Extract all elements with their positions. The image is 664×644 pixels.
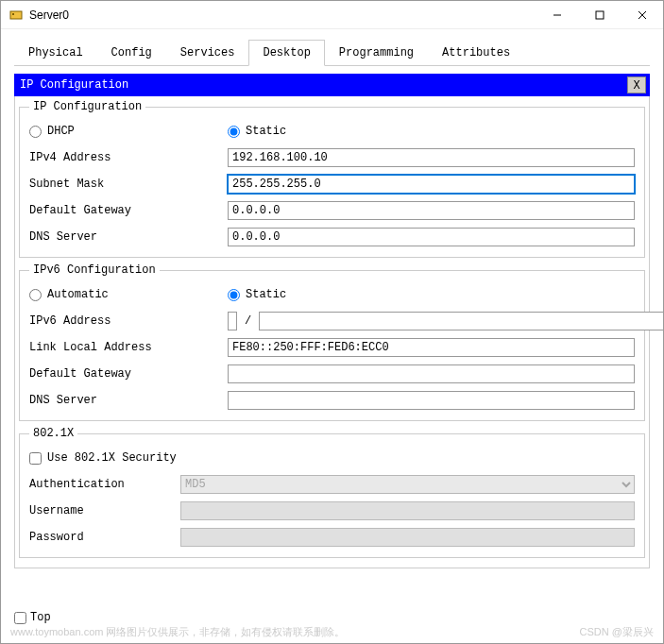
ipv6-static-label: Static: [246, 288, 286, 301]
minimize-button[interactable]: [536, 1, 578, 29]
tab-attributes[interactable]: Attributes: [428, 40, 524, 66]
main-tabs: Physical Config Services Desktop Program…: [14, 39, 650, 66]
use-8021x-checkbox[interactable]: Use 802.1X Security: [29, 451, 177, 465]
top-label: Top: [30, 611, 51, 624]
ipv4-dns-label: DNS Server: [29, 230, 228, 244]
ipv4-fieldset: IP Configuration DHCP Static IPv4 Addres…: [19, 100, 645, 258]
link-local-label: Link Local Address: [29, 341, 228, 354]
ipv6-prefix-input[interactable]: [259, 312, 664, 330]
ipv4-dhcp-label: DHCP: [47, 125, 75, 138]
use-8021x-input[interactable]: [29, 452, 42, 465]
ipv4-static-input[interactable]: [228, 126, 240, 138]
svg-rect-1: [12, 13, 14, 15]
ipv4-legend: IP Configuration: [29, 100, 145, 113]
ipv6-address-input[interactable]: [228, 312, 237, 330]
ipv6-fieldset: IPv6 Configuration Automatic Static IPv6…: [19, 263, 645, 421]
ipv6-address-label: IPv6 Address: [29, 314, 228, 328]
tab-desktop[interactable]: Desktop: [248, 40, 324, 66]
dot1x-fieldset: 802.1X Use 802.1X Security Authenticatio…: [19, 427, 645, 558]
panel-close-button[interactable]: X: [627, 76, 646, 93]
tab-physical[interactable]: Physical: [14, 40, 97, 66]
ipv6-gateway-label: Default Gateway: [29, 367, 228, 381]
ipv4-address-input[interactable]: [228, 148, 635, 167]
ipv6-auto-label: Automatic: [47, 288, 109, 301]
svg-rect-3: [596, 11, 604, 19]
ipv6-static-radio[interactable]: Static: [228, 288, 426, 301]
ipv6-static-input[interactable]: [228, 289, 240, 301]
ipv6-auto-input[interactable]: [29, 289, 42, 301]
password-label: Password: [29, 531, 180, 544]
ipv6-auto-radio[interactable]: Automatic: [29, 288, 228, 301]
username-label: Username: [29, 504, 180, 517]
top-checkbox-input[interactable]: [14, 612, 26, 624]
ipv6-dns-label: DNS Server: [29, 394, 228, 407]
link-local-input[interactable]: [228, 338, 635, 357]
subnet-mask-label: Subnet Mask: [29, 178, 228, 191]
ipv4-dns-input[interactable]: [228, 228, 635, 246]
tab-config[interactable]: Config: [97, 40, 166, 66]
ipv4-dhcp-radio[interactable]: DHCP: [29, 125, 228, 138]
window-title: Server0: [29, 8, 536, 22]
ipv4-address-label: IPv4 Address: [29, 151, 228, 164]
watermark: www.toymoban.com 网络图片仅供展示，非存储，如有侵权请联系删除。…: [10, 625, 654, 639]
password-input: [180, 528, 635, 547]
authentication-select: MD5: [180, 475, 635, 494]
maximize-button[interactable]: [578, 1, 621, 29]
ip-config-body: IP Configuration DHCP Static IPv4 Addres…: [14, 96, 650, 568]
ipv4-static-label: Static: [246, 125, 286, 138]
svg-rect-0: [10, 11, 22, 19]
tab-programming[interactable]: Programming: [325, 40, 428, 66]
watermark-left: www.toymoban.com 网络图片仅供展示，非存储，如有侵权请联系删除。: [10, 625, 345, 639]
ipv4-gateway-label: Default Gateway: [29, 204, 228, 217]
window-titlebar: Server0: [1, 1, 663, 29]
panel-title: IP Configuration: [20, 78, 627, 92]
subnet-mask-input[interactable]: [228, 175, 635, 194]
use-8021x-label: Use 802.1X Security: [47, 451, 177, 465]
tab-services[interactable]: Services: [166, 40, 249, 66]
ipv4-dhcp-input[interactable]: [29, 126, 42, 138]
slash-separator: /: [245, 314, 251, 328]
authentication-label: Authentication: [29, 478, 180, 491]
close-button[interactable]: [621, 1, 663, 29]
footer: Top: [14, 611, 650, 624]
ipv4-gateway-input[interactable]: [228, 201, 635, 220]
ipv4-static-radio[interactable]: Static: [228, 125, 426, 138]
ipv6-dns-input[interactable]: [228, 391, 635, 410]
ip-config-header: IP Configuration X: [14, 74, 650, 96]
app-icon: [9, 8, 24, 23]
top-checkbox[interactable]: Top: [14, 611, 51, 624]
username-input: [180, 501, 635, 520]
ipv6-legend: IPv6 Configuration: [29, 263, 160, 277]
ipv6-gateway-input[interactable]: [228, 364, 635, 383]
watermark-right: CSDN @梁辰兴: [580, 625, 654, 639]
dot1x-legend: 802.1X: [29, 427, 77, 440]
